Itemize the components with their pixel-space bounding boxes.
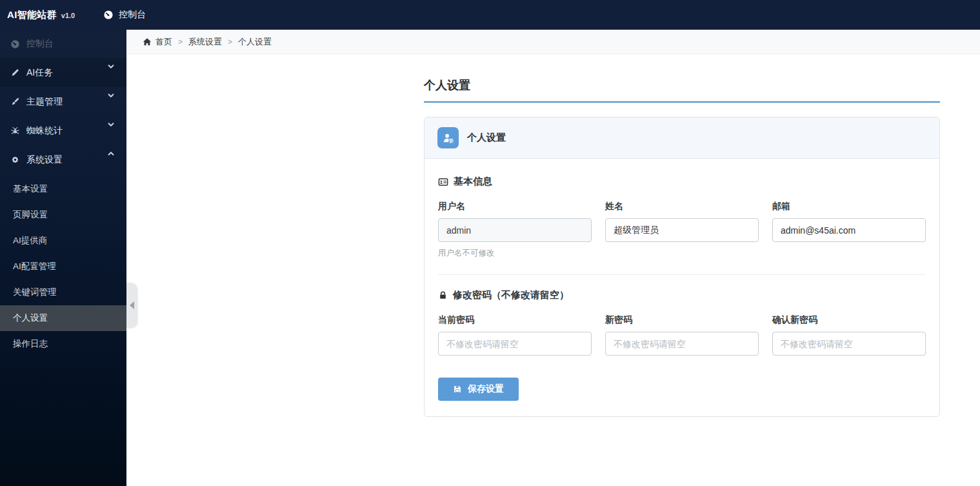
submenu-item-keyword-management[interactable]: 关键词管理: [0, 279, 126, 305]
topbar: AI智能站群 v1.0 控制台: [0, 0, 980, 30]
breadcrumb-section-label: 系统设置: [188, 36, 222, 48]
id-card-icon: [438, 177, 448, 187]
confirm-password-field-group: 确认新密码: [772, 314, 926, 356]
user-cog-icon: [437, 127, 459, 148]
sidebar-item-ai-tasks[interactable]: AI任务: [0, 58, 126, 87]
password-heading: 修改密码（不修改请留空）: [438, 289, 926, 301]
submenu-item-label: AI提供商: [13, 235, 47, 247]
password-fields-row: 当前密码 新密码 确认新密码: [438, 314, 926, 356]
breadcrumb-section-link[interactable]: 系统设置: [188, 36, 222, 48]
spider-icon: [10, 126, 20, 136]
breadcrumb-home-label: 首页: [155, 36, 172, 48]
username-help-text: 用户名不可修改: [438, 248, 592, 259]
basic-info-title: 基本信息: [454, 176, 492, 188]
new-password-input[interactable]: [605, 332, 759, 356]
save-settings-button[interactable]: 保存设置: [438, 378, 519, 401]
tachometer-icon: [103, 10, 114, 20]
basic-fields-row: 用户名 用户名不可修改 姓名 邮箱: [438, 201, 926, 259]
main-content: 首页 > 系统设置 > 个人设置 个人设置: [126, 30, 980, 486]
submenu-item-label: AI配置管理: [13, 261, 56, 272]
chevron-down-icon: [106, 62, 115, 71]
chevron-down-icon: [106, 91, 115, 100]
card-header: 个人设置: [425, 117, 939, 159]
sidebar-collapse-handle[interactable]: [126, 283, 137, 328]
topnav-console[interactable]: 控制台: [98, 0, 151, 30]
submenu-item-ai-providers[interactable]: AI提供商: [0, 228, 126, 254]
lock-icon: [438, 290, 448, 300]
submenu-item-footer-settings[interactable]: 页脚设置: [0, 202, 126, 228]
chevron-up-icon: [106, 149, 115, 158]
sidebar-item-label: 主题管理: [26, 96, 63, 108]
sidebar: 控制台 AI任务 主题管理 蜘蛛统计 系统设置: [0, 30, 126, 486]
card-header-title: 个人设置: [467, 132, 506, 144]
sidebar-item-system-settings[interactable]: 系统设置: [0, 145, 126, 174]
breadcrumb: 首页 > 系统设置 > 个人设置: [126, 30, 980, 54]
submenu-item-basic-settings[interactable]: 基本设置: [0, 176, 126, 202]
confirm-password-input[interactable]: [772, 332, 926, 356]
card-body: 基本信息 用户名 用户名不可修改 姓名 邮箱: [425, 159, 939, 416]
confirm-password-label: 确认新密码: [772, 314, 926, 326]
new-password-label: 新密码: [605, 314, 759, 326]
username-input: [438, 218, 592, 242]
current-password-label: 当前密码: [438, 314, 592, 326]
breadcrumb-home-link[interactable]: 首页: [143, 36, 172, 48]
basic-info-heading: 基本信息: [438, 176, 926, 188]
email-label: 邮箱: [772, 201, 926, 212]
name-field-group: 姓名: [605, 201, 759, 259]
submenu-item-personal-settings[interactable]: 个人设置: [0, 305, 126, 331]
breadcrumb-separator: >: [228, 37, 232, 46]
save-settings-label: 保存设置: [468, 383, 504, 395]
home-icon: [143, 37, 152, 46]
sidebar-item-label: 系统设置: [26, 154, 63, 166]
current-password-input[interactable]: [438, 332, 592, 356]
email-field-group: 邮箱: [772, 201, 926, 259]
username-label: 用户名: [438, 201, 592, 212]
username-field-group: 用户名 用户名不可修改: [438, 201, 592, 259]
name-input[interactable]: [605, 218, 759, 242]
breadcrumb-separator: >: [178, 37, 183, 46]
submenu-item-label: 个人设置: [13, 312, 48, 324]
sidebar-item-label: AI任务: [26, 67, 53, 79]
gear-icon: [10, 155, 20, 165]
email-input[interactable]: [772, 218, 926, 242]
save-icon: [453, 385, 462, 394]
submenu-item-label: 操作日志: [13, 338, 48, 350]
submenu-item-ai-config[interactable]: AI配置管理: [0, 254, 126, 279]
sidebar-item-label: 控制台: [26, 38, 54, 50]
current-password-field-group: 当前密码: [438, 314, 592, 356]
system-settings-submenu: 基本设置 页脚设置 AI提供商 AI配置管理 关键词管理 个人设置 操作日志: [0, 174, 126, 357]
topnav-console-label: 控制台: [119, 9, 146, 21]
sidebar-item-console[interactable]: 控制台: [0, 30, 126, 58]
settings-page: 个人设置 个人设置: [424, 54, 940, 417]
app-title: AI智能站群: [7, 9, 57, 21]
chevron-down-icon: [106, 120, 115, 129]
sidebar-item-label: 蜘蛛统计: [26, 125, 63, 137]
submenu-item-label: 页脚设置: [13, 209, 48, 221]
sidebar-item-theme-management[interactable]: 主题管理: [0, 87, 126, 116]
breadcrumb-current: 个人设置: [238, 36, 272, 48]
tachometer-icon: [10, 39, 20, 49]
personal-settings-card: 个人设置 基本信息: [424, 117, 940, 417]
password-section-title: 修改密码（不修改请留空）: [453, 289, 569, 301]
pen-icon: [10, 68, 20, 77]
page-title: 个人设置: [424, 77, 940, 103]
submenu-item-operation-log[interactable]: 操作日志: [0, 331, 126, 357]
name-label: 姓名: [605, 201, 759, 212]
sidebar-item-spider-stats[interactable]: 蜘蛛统计: [0, 116, 126, 145]
app-brand: AI智能站群 v1.0: [7, 9, 75, 21]
section-divider: [438, 274, 926, 275]
submenu-item-label: 关键词管理: [13, 287, 57, 298]
chevron-left-icon: [130, 301, 134, 309]
submenu-item-label: 基本设置: [13, 183, 48, 195]
brush-icon: [10, 97, 20, 106]
app-version: v1.0: [61, 12, 75, 19]
new-password-field-group: 新密码: [605, 314, 759, 356]
